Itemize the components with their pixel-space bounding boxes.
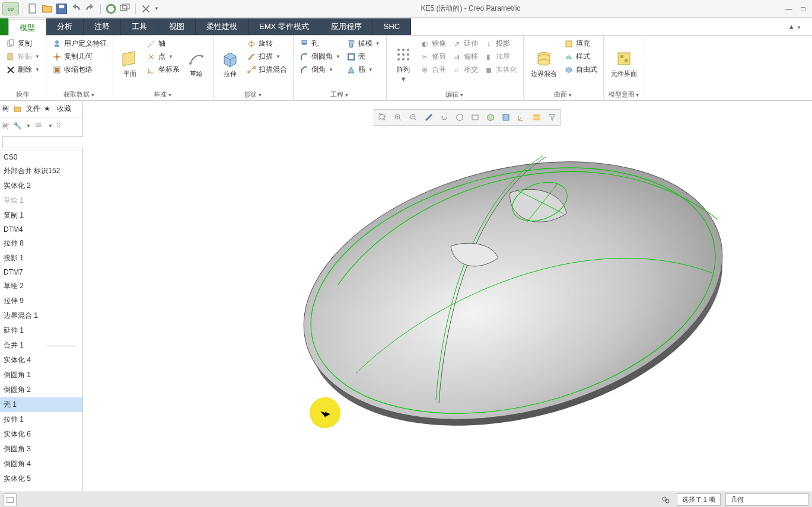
- tree-tools-menu[interactable]: ▼: [26, 123, 31, 129]
- regen-icon[interactable]: [104, 2, 117, 15]
- zoom-in-icon[interactable]: [391, 111, 405, 124]
- extend-button[interactable]: ↗延伸: [451, 38, 479, 49]
- sweep-button[interactable]: 扫描▼: [246, 51, 288, 62]
- sketch-button[interactable]: 草绘: [184, 38, 208, 89]
- tree-item[interactable]: 壳 1: [0, 397, 82, 412]
- tree-show-icon[interactable]: [34, 121, 44, 130]
- selection-filter-icon[interactable]: [545, 111, 559, 124]
- tab-flex[interactable]: 柔性建模: [196, 18, 249, 35]
- fill-button[interactable]: 填充: [563, 38, 598, 49]
- fav-tab[interactable]: 收藏: [57, 104, 71, 114]
- shell-button[interactable]: 壳: [345, 51, 381, 62]
- display-style-icon[interactable]: [453, 111, 467, 124]
- hole-button[interactable]: 孔: [298, 38, 342, 49]
- graphics-canvas[interactable]: ➤: [83, 101, 812, 492]
- udf-button[interactable]: 用户定义特征: [51, 38, 108, 49]
- file-tab[interactable]: 文件: [26, 104, 40, 114]
- tab-file[interactable]: [0, 18, 8, 35]
- tree-item[interactable]: 拉伸 8: [0, 236, 82, 251]
- tree-item[interactable]: 实体化 4: [0, 353, 82, 368]
- tree-item[interactable]: 投影 1: [0, 251, 82, 266]
- axis-button[interactable]: 轴: [145, 38, 181, 49]
- offset-button[interactable]: ⇉偏移: [451, 51, 479, 62]
- copygeom-button[interactable]: 复制几何: [51, 51, 108, 62]
- tree-item[interactable]: DTM7: [0, 266, 82, 279]
- model-tree[interactable]: CS0外部合并 标识152实体化 2草绘 1复制 1DTM4拉伸 8投影 1DT…: [0, 151, 82, 492]
- sweepblend-button[interactable]: 扫描混合: [246, 64, 288, 75]
- point-button[interactable]: 点▼: [145, 51, 181, 62]
- project-button[interactable]: ↓投影: [483, 38, 518, 49]
- tab-view[interactable]: 视图: [158, 18, 196, 35]
- minimize-button[interactable]: —: [782, 2, 795, 15]
- tree-item[interactable]: CS0: [0, 151, 82, 164]
- windows-icon[interactable]: [119, 2, 132, 15]
- app-menu[interactable]: eo: [2, 2, 19, 15]
- redo-icon[interactable]: [84, 2, 97, 15]
- tree-item[interactable]: 倒圆角 3: [0, 442, 82, 457]
- find-icon[interactable]: [659, 493, 672, 506]
- tree-show-menu[interactable]: ▼: [48, 123, 53, 129]
- tree-item[interactable]: 实体化 5: [0, 471, 82, 486]
- merge-button[interactable]: ⊕合并: [419, 64, 447, 75]
- annotation-display-icon[interactable]: [514, 111, 528, 124]
- tree-tools-icon[interactable]: 🔧: [13, 122, 22, 130]
- datum-display-icon[interactable]: [499, 111, 513, 124]
- tab-annotate[interactable]: 注释: [84, 18, 121, 35]
- paste-button[interactable]: 粘贴▼: [5, 51, 41, 62]
- close-model-icon[interactable]: [139, 2, 152, 15]
- draft-button[interactable]: 拔模▼: [345, 38, 381, 49]
- style-button[interactable]: 样式: [563, 51, 598, 62]
- freeform-button[interactable]: 自由式: [563, 64, 598, 75]
- tab-tools[interactable]: 工具: [121, 18, 158, 35]
- zoom-fit-icon[interactable]: [375, 111, 390, 124]
- tab-apps[interactable]: 应用程序: [320, 18, 373, 35]
- maximize-button[interactable]: □: [797, 2, 810, 15]
- plane-button[interactable]: 平面: [118, 38, 142, 89]
- trim-button[interactable]: ✂修剪: [419, 51, 447, 62]
- tree-item[interactable]: 实体化 6: [0, 427, 82, 442]
- tree-item[interactable]: 草绘 2: [0, 279, 82, 294]
- tree-item[interactable]: 拉伸 9: [0, 294, 82, 308]
- delete-button[interactable]: 删除▼: [5, 64, 41, 75]
- tree-tab[interactable]: 树: [2, 104, 9, 114]
- fav-tab-icon[interactable]: ★: [44, 104, 53, 114]
- tree-item[interactable]: 延伸 1: [0, 323, 82, 338]
- intersect-button[interactable]: ∩相交: [451, 64, 479, 75]
- open-icon[interactable]: [41, 2, 54, 15]
- boundary-button[interactable]: 边界混合: [528, 38, 559, 89]
- perspective-icon[interactable]: [483, 111, 498, 124]
- tree-item[interactable]: 倒圆角 1: [0, 368, 82, 382]
- tree-item[interactable]: 倒圆角 2: [0, 382, 82, 397]
- mirror-button[interactable]: ◐镜像: [419, 38, 447, 49]
- qat-customize[interactable]: ▼: [154, 6, 159, 11]
- tab-analysis[interactable]: 分析: [46, 18, 84, 35]
- status-console-icon[interactable]: [4, 493, 17, 506]
- zoom-out-icon[interactable]: [406, 111, 421, 124]
- tab-model[interactable]: 模型: [8, 19, 46, 36]
- tab-emx[interactable]: EMX 零件模式: [249, 18, 320, 35]
- round-button[interactable]: 倒圆角▼: [298, 51, 342, 62]
- chamfer-button[interactable]: 倒角▼: [298, 64, 342, 75]
- tree-item[interactable]: 复制 1: [0, 208, 82, 223]
- tree-filter-input[interactable]: [2, 136, 90, 148]
- spin-icon[interactable]: [437, 111, 451, 124]
- pattern-button[interactable]: 阵列▼: [391, 38, 415, 89]
- tree-item[interactable]: 实体化 2: [0, 178, 82, 193]
- selection-filter[interactable]: 几何: [725, 493, 808, 506]
- saved-views-icon[interactable]: [468, 111, 482, 124]
- repaint-icon[interactable]: [422, 111, 436, 124]
- layers-icon[interactable]: [530, 111, 544, 124]
- thicken-button[interactable]: ▮加厚: [483, 51, 518, 62]
- ribbon-collapse[interactable]: ▴ ▼: [779, 18, 812, 35]
- undo-icon[interactable]: [69, 2, 82, 15]
- solidify-button[interactable]: ◼实体化: [483, 64, 518, 75]
- new-icon[interactable]: [27, 2, 40, 15]
- folder-tab-icon[interactable]: [13, 104, 23, 114]
- tab-shc[interactable]: SHC: [373, 18, 411, 35]
- tree-item[interactable]: 合并 1: [0, 338, 82, 353]
- save-icon[interactable]: [55, 2, 68, 15]
- tree-item[interactable]: 草绘 1: [0, 193, 82, 208]
- csys-button[interactable]: 坐标系: [145, 64, 181, 75]
- tree-item[interactable]: 边界混合 1: [0, 308, 82, 323]
- revolve-button[interactable]: 旋转: [246, 38, 288, 49]
